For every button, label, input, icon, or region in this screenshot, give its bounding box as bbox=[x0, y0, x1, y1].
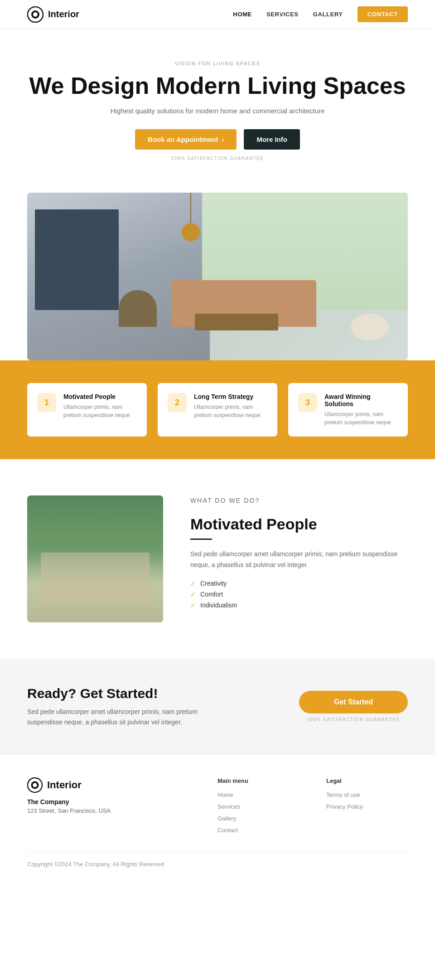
footer-menu-list: Home Services Gallery Contact bbox=[218, 791, 299, 834]
nav-services[interactable]: SERVICES bbox=[266, 11, 299, 18]
nav-gallery[interactable]: GALLERY bbox=[313, 11, 343, 18]
outdoor-scene bbox=[27, 495, 163, 622]
feature-content-1: Motivated People Ullamcorper primis, nam… bbox=[63, 393, 137, 419]
footer-legal-col: Legal Terms of use Privacy Policy bbox=[326, 777, 408, 834]
svg-point-5 bbox=[33, 783, 37, 787]
about-section: WHAT DO WE DO? Motivated People Sed pede… bbox=[0, 459, 435, 659]
feature-card-3: 3 Award Winning Solutions Ullamcorper pr… bbox=[288, 383, 408, 437]
footer-menu-item-services: Services bbox=[218, 802, 299, 810]
get-started-button[interactable]: Get Started bbox=[299, 691, 408, 713]
checklist-item-1: ✓ Creativity bbox=[190, 580, 408, 587]
room-ottoman bbox=[351, 314, 389, 340]
about-content: WHAT DO WE DO? Motivated People Sed pede… bbox=[190, 495, 408, 608]
footer-menu-item-home: Home bbox=[218, 791, 299, 799]
cta-right: Get Started 100% SATISFACTION GUARANTEE bbox=[299, 691, 408, 722]
footer-menu-col: Main menu Home Services Gallery Contact bbox=[218, 777, 299, 834]
footer-menu-title: Main menu bbox=[218, 777, 299, 784]
footer: Interior The Company 123 Street, San Fra… bbox=[0, 754, 435, 876]
feature-title-3: Award Winning Solutions bbox=[324, 393, 398, 408]
hero-subtext: Highest quality solutions for modern hom… bbox=[27, 107, 408, 115]
about-body: Sed pede ullamcorper amet ullamcorper pr… bbox=[190, 549, 408, 571]
footer-brand-address: 123 Street, San Francisco, USA bbox=[27, 807, 190, 814]
room-chair bbox=[119, 290, 157, 327]
hero-headline: We Design Modern Living Spaces bbox=[27, 73, 408, 99]
cta-left: Ready? Get Started! Sed pede ullamcorper… bbox=[27, 686, 208, 727]
cta-body: Sed pede ullamcorper amet ullamcorper pr… bbox=[27, 707, 208, 727]
check-icon-3: ✓ bbox=[190, 602, 196, 609]
feature-num-1: 1 bbox=[37, 393, 56, 412]
logo[interactable]: Interior bbox=[27, 6, 79, 23]
about-tag: WHAT DO WE DO? bbox=[190, 495, 408, 506]
feature-content-2: Long Term Strategy Ullamcorper primis, n… bbox=[194, 393, 267, 419]
hero-image bbox=[27, 193, 408, 360]
about-image bbox=[27, 495, 163, 622]
feature-card-1: 1 Motivated People Ullamcorper primis, n… bbox=[27, 383, 147, 437]
feature-desc-1: Ullamcorper primis, nam pretium suspendi… bbox=[63, 403, 137, 419]
room-table bbox=[195, 314, 279, 330]
feature-title-1: Motivated People bbox=[63, 393, 137, 400]
footer-legal-item-privacy: Privacy Policy bbox=[326, 802, 408, 810]
checklist-item-3: ✓ Individualism bbox=[190, 602, 408, 609]
feature-desc-2: Ullamcorper primis, nam pretium suspendi… bbox=[194, 403, 267, 419]
check-icon-1: ✓ bbox=[190, 580, 196, 587]
features-section: 1 Motivated People Ullamcorper primis, n… bbox=[0, 360, 435, 459]
checklist-item-2: ✓ Comfort bbox=[190, 591, 408, 598]
book-appointment-button[interactable]: Book an Appointment › bbox=[135, 129, 237, 150]
cta-guarantee: 100% SATISFACTION GUARANTEE bbox=[307, 717, 400, 722]
feature-num-2: 2 bbox=[168, 393, 187, 412]
feature-desc-3: Ullamcorper primis, nam pretium suspendi… bbox=[324, 410, 398, 427]
nav-home[interactable]: HOME bbox=[233, 11, 252, 18]
logo-icon bbox=[27, 6, 44, 23]
hero-tag: VISION FOR LIVING SPACES bbox=[27, 61, 408, 66]
check-icon-2: ✓ bbox=[190, 591, 196, 598]
footer-brand: Interior The Company 123 Street, San Fra… bbox=[27, 777, 190, 834]
hero-image-wrapper bbox=[0, 179, 435, 360]
logo-text: Interior bbox=[48, 9, 79, 19]
feature-card-2: 2 Long Term Strategy Ullamcorper primis,… bbox=[158, 383, 277, 437]
about-divider bbox=[190, 539, 212, 540]
footer-top: Interior The Company 123 Street, San Fra… bbox=[27, 777, 408, 834]
footer-logo-text: Interior bbox=[47, 779, 82, 791]
footer-bottom: Copyright ©2024 The Company, All Rights … bbox=[27, 852, 408, 876]
footer-legal-list: Terms of use Privacy Policy bbox=[326, 791, 408, 810]
main-nav: HOME SERVICES GALLERY CONTACT bbox=[233, 6, 408, 22]
feature-title-2: Long Term Strategy bbox=[194, 393, 267, 400]
footer-legal-title: Legal bbox=[326, 777, 408, 784]
cta-headline: Ready? Get Started! bbox=[27, 686, 208, 701]
svg-point-2 bbox=[33, 12, 38, 17]
hero-guarantee: 100% SATISFACTION GUARANTEE bbox=[27, 156, 408, 161]
about-checklist: ✓ Creativity ✓ Comfort ✓ Individualism bbox=[190, 580, 408, 609]
footer-logo: Interior bbox=[27, 777, 190, 793]
contact-button[interactable]: CONTACT bbox=[358, 6, 408, 22]
hero-buttons: Book an Appointment › More Info bbox=[27, 129, 408, 150]
cta-section: Ready? Get Started! Sed pede ullamcorper… bbox=[0, 659, 435, 754]
feature-content-3: Award Winning Solutions Ullamcorper prim… bbox=[324, 393, 398, 427]
footer-menu-item-gallery: Gallery bbox=[218, 814, 299, 822]
room-shelf bbox=[35, 209, 119, 310]
footer-menu-item-contact: Contact bbox=[218, 826, 299, 834]
room-pendant bbox=[179, 193, 202, 243]
hero-section: VISION FOR LIVING SPACES We Design Moder… bbox=[0, 29, 435, 179]
arrow-icon: › bbox=[222, 136, 224, 143]
footer-brand-name: The Company bbox=[27, 798, 190, 805]
feature-num-3: 3 bbox=[298, 393, 317, 412]
header: Interior HOME SERVICES GALLERY CONTACT bbox=[0, 0, 435, 29]
room-illustration bbox=[27, 193, 408, 360]
about-headline: Motivated People bbox=[190, 515, 408, 533]
copyright: Copyright ©2024 The Company, All Rights … bbox=[27, 861, 164, 868]
footer-legal-item-terms: Terms of use bbox=[326, 791, 408, 799]
outdoor-furniture bbox=[41, 553, 150, 603]
features-grid: 1 Motivated People Ullamcorper primis, n… bbox=[27, 383, 408, 437]
more-info-button[interactable]: More Info bbox=[244, 129, 300, 150]
footer-logo-icon bbox=[27, 777, 43, 793]
